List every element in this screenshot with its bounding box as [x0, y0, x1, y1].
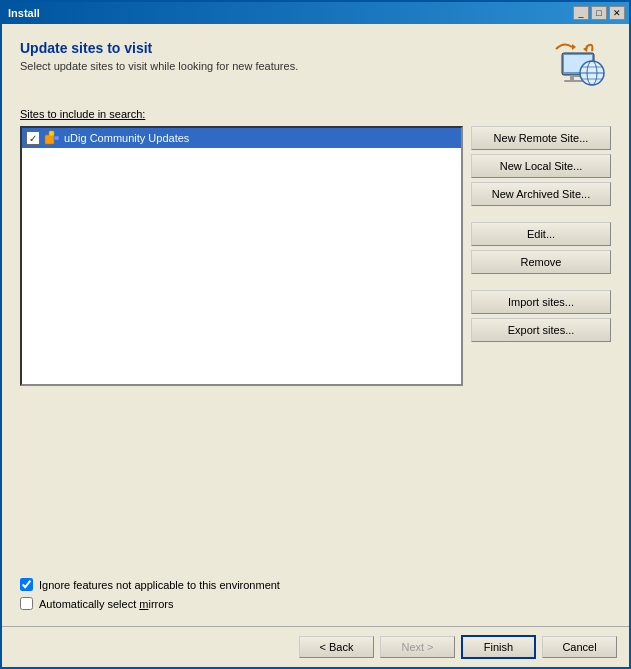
page-subtitle: Select update sites to visit while looki… [20, 60, 547, 72]
main-content: Update sites to visit Select update site… [2, 24, 629, 626]
svg-rect-12 [45, 135, 54, 144]
cancel-button[interactable]: Cancel [542, 636, 617, 658]
button-spacer-2 [471, 278, 611, 286]
plugin-icon [44, 130, 60, 146]
new-remote-site-button[interactable]: New Remote Site... [471, 126, 611, 150]
auto-mirrors-label: Automatically select mirrors [39, 598, 174, 610]
list-item-label: uDig Community Updates [64, 132, 189, 144]
page-title: Update sites to visit [20, 40, 547, 56]
ignore-features-checkbox[interactable] [20, 578, 33, 591]
ignore-features-label: Ignore features not applicable to this e… [39, 579, 280, 591]
list-item-checkbox[interactable]: ✓ [26, 131, 40, 145]
list-and-buttons: ✓ uDig Community Updates New Remote Site… [20, 126, 611, 386]
header-section: Update sites to visit Select update site… [20, 40, 611, 92]
install-window: Install _ □ ✕ Update sites to visit Sele… [0, 0, 631, 669]
edit-button[interactable]: Edit... [471, 222, 611, 246]
sites-list[interactable]: ✓ uDig Community Updates [20, 126, 463, 386]
button-spacer [471, 210, 611, 218]
window-title: Install [8, 7, 40, 19]
header-icon [547, 40, 611, 92]
minimize-button[interactable]: _ [573, 6, 589, 20]
new-archived-site-button[interactable]: New Archived Site... [471, 182, 611, 206]
spacer [20, 386, 611, 562]
bottom-checkboxes: Ignore features not applicable to this e… [20, 578, 611, 610]
header-text: Update sites to visit Select update site… [20, 40, 547, 72]
close-button[interactable]: ✕ [609, 6, 625, 20]
svg-rect-13 [49, 131, 54, 136]
sites-section-label: Sites to include in search: [20, 108, 611, 120]
list-item[interactable]: ✓ uDig Community Updates [22, 128, 461, 148]
svg-rect-2 [570, 75, 574, 80]
svg-rect-4 [564, 80, 584, 82]
sites-section-label-text: Sites to include in search: [20, 108, 145, 120]
export-sites-button[interactable]: Export sites... [471, 318, 611, 342]
buttons-column: New Remote Site... New Local Site... New… [471, 126, 611, 386]
finish-button[interactable]: Finish [461, 635, 536, 659]
update-sites-icon [550, 41, 608, 91]
auto-mirrors-row: Automatically select mirrors [20, 597, 611, 610]
title-bar-buttons: _ □ ✕ [573, 6, 625, 20]
next-button[interactable]: Next > [380, 636, 455, 658]
new-local-site-button[interactable]: New Local Site... [471, 154, 611, 178]
maximize-button[interactable]: □ [591, 6, 607, 20]
svg-marker-5 [572, 44, 576, 50]
svg-rect-14 [54, 136, 59, 140]
title-bar: Install _ □ ✕ [2, 2, 629, 24]
svg-marker-6 [583, 46, 588, 52]
bottom-footer: < Back Next > Finish Cancel [2, 626, 629, 667]
remove-button[interactable]: Remove [471, 250, 611, 274]
ignore-features-row: Ignore features not applicable to this e… [20, 578, 611, 591]
auto-mirrors-checkbox[interactable] [20, 597, 33, 610]
import-sites-button[interactable]: Import sites... [471, 290, 611, 314]
back-button[interactable]: < Back [299, 636, 374, 658]
